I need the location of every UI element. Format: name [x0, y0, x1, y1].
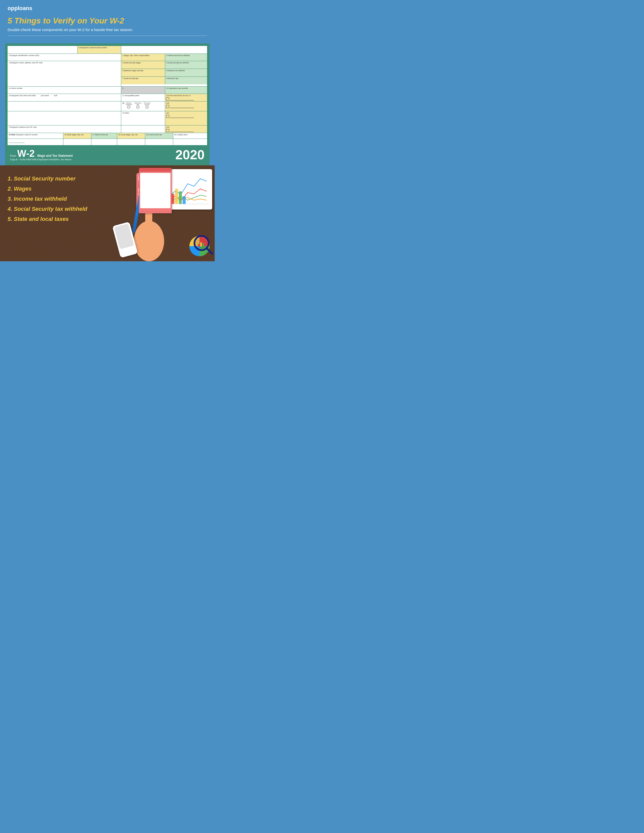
box12c-label: 12c [166, 112, 206, 114]
logo-bold: opp [8, 5, 18, 11]
statutory-checkbox[interactable] [127, 106, 130, 108]
w2-form-container: a Employee's social security number b Em… [5, 43, 209, 165]
thirdparty-checkbox[interactable] [146, 106, 148, 108]
local-income-data [145, 139, 173, 145]
field-c-label: c Employer's name, address, and ZIP code [9, 62, 120, 64]
row-control: d Control number 9 10 Dependent care ben… [8, 87, 207, 94]
box20-label: 20 Locality name [174, 134, 206, 135]
box12b-label: 12b [166, 102, 206, 104]
boxes-3-4: 3 Social security wages 4 Social securit… [121, 61, 207, 69]
header: opploans 5 Things to Verify on Your W-2 … [0, 0, 215, 43]
row-state-headers: 15 State Employer's state ID number 16 S… [8, 133, 207, 139]
box4-cell: 4 Social security tax withheld [165, 61, 207, 69]
box15-cell: 15 State Employer's state ID number [8, 133, 63, 138]
box17-cell: 17 State income tax [92, 133, 118, 138]
w2-form: a Employee's social security number b Em… [7, 45, 208, 146]
checklist: 1. Social Security number 2. Wages 3. In… [8, 175, 207, 222]
boxes-5-6: 5 Medicare wages and tips 6 Medicare tax… [121, 69, 207, 77]
checklist-item-2: 2. Wages [8, 185, 207, 192]
box14-cont [121, 125, 165, 133]
row-state-data [8, 139, 207, 145]
box1-label: 1 Wages, tips, other compensation [122, 55, 164, 56]
field-e-last-label: Last name [41, 95, 49, 100]
row-employer: c Employer's name, address, and ZIP code… [8, 61, 207, 87]
state-wages-data [63, 139, 92, 145]
box14-label: 14 Other [122, 112, 164, 114]
checkbox-statutory: Statutory employee [125, 102, 132, 108]
box12b-cell: 12b [165, 101, 207, 111]
box3-cell: 3 Social security wages [121, 61, 165, 69]
box9-label: 9 [122, 87, 164, 89]
box16-label: 16 State wages, tips, etc. [64, 134, 90, 135]
local-wages-data [117, 139, 145, 145]
row-checkboxes: 13 Statutory employee Retirement plan Th… [8, 101, 207, 111]
w2-footer: Form W-2 Wage and Tax Statement Copy B -… [7, 146, 208, 163]
box16-cell: 16 State wages, tips, etc. [63, 133, 92, 138]
row-12d: f Employee's address and ZIP code 12d [8, 125, 207, 133]
svg-line-16 [206, 248, 212, 254]
logo: opploans [8, 5, 207, 11]
box2-label: 2 Federal income tax withheld [166, 55, 206, 56]
box11-cell: 11 Nonqualified plans [121, 94, 165, 101]
field-d-label: d Control number [9, 87, 120, 89]
checklist-item-1-text: 1. Social Security number [8, 175, 76, 182]
row-emp-name: e Employee's first name and initial Last… [8, 94, 207, 101]
box19-label: 19 Local income tax [146, 134, 172, 135]
box7-cell: 7 Social security tips [121, 77, 165, 84]
box5-label: 5 Medicare wages and tips [122, 70, 164, 71]
box12a-cell: 12a See instructions for box 12 [165, 94, 207, 101]
checkbox-retirement: Retirement plan [134, 102, 142, 108]
box10-label: 10 Dependent care benefits [166, 87, 206, 89]
field-e-label: e Employee's first name and initial [9, 95, 35, 100]
right-boxes: 3 Social security wages 4 Social securit… [121, 61, 207, 86]
box18-label: 18 Local wages, tips, etc. [118, 134, 144, 135]
ssn-left-blank [8, 46, 77, 53]
page-title: 5 Things to Verify on Your W-2 [8, 16, 207, 26]
box15-employer-label: Employer's state ID number [16, 134, 38, 135]
locality-data [173, 139, 207, 145]
checklist-item-2-text: 2. Wages [8, 185, 32, 192]
checkbox-thirdparty: Third-party sick pay [143, 102, 151, 108]
boxes-7-8: 7 Social security tips 8 Allocated Tips [121, 77, 207, 84]
box7-label: 7 Social security tips [122, 77, 164, 79]
checklist-item-5: 5. State and local taxes [8, 216, 207, 222]
box3-label: 3 Social security wages [122, 62, 164, 64]
box11-label: 11 Nonqualified plans [122, 95, 164, 96]
checklist-item-4: 4. Social Security tax withheld [8, 206, 207, 212]
form-label: Form [10, 154, 16, 157]
footer-left: Form W-2 Wage and Tax Statement Copy B -… [10, 149, 73, 161]
box12a-label: 12a See instructions for box 12 [166, 95, 206, 96]
bottom-section: 1. Social Security number 2. Wages 3. In… [0, 165, 215, 261]
box12d-label: 12d [166, 126, 206, 128]
retirement-label: Retirement plan [134, 102, 142, 105]
checklist-item-4-text: 4. Social Security tax withheld [8, 206, 87, 212]
emp-name-cont3: f Employee's address and ZIP code [8, 125, 121, 133]
row-ssn: a Employee's social security number [8, 46, 207, 54]
box6-cell: 6 Medicare tax withheld [165, 69, 207, 77]
box10-cell: 10 Dependent care benefits [165, 87, 207, 94]
box2-cell: 2 Federal income tax withheld [165, 54, 207, 61]
box15-num: 15 State [9, 134, 15, 135]
form-copy: Copy B - To Be Filled With Employee's FE… [10, 158, 73, 161]
box5-cell: 5 Medicare wages and tips [121, 69, 165, 77]
box17-label: 17 State income tax [92, 134, 116, 135]
field-f-label: f Employee's address and ZIP code [9, 126, 120, 128]
box18-cell: 18 Local wages, tips, etc. [117, 133, 145, 138]
field-b-label: b Employer identification number (EIN) [9, 55, 120, 56]
form-desc: Wage and Tax Statement [37, 154, 73, 158]
box12c-cell: 12c [165, 111, 207, 125]
checklist-container: 1. Social Security number 2. Wages 3. In… [8, 173, 207, 254]
box1-cell: 1 Wages, tips, other compensation [121, 54, 165, 61]
box6-label: 6 Medicare tax withheld [166, 70, 206, 71]
box15-label: 15 State Employer's state ID number [9, 134, 62, 135]
form-year: 2020 [175, 148, 204, 161]
form-name-row: Form W-2 Wage and Tax Statement [10, 149, 73, 158]
state-income-data [92, 139, 118, 145]
retirement-checkbox[interactable] [137, 106, 139, 108]
box13-cell: 13 Statutory employee Retirement plan Th… [121, 101, 165, 111]
checklist-item-3-text: 3. Income tax withheld [8, 196, 67, 202]
box9-cell: 9 [121, 87, 165, 94]
field-d-cell: d Control number [8, 87, 121, 94]
statutory-label: Statutory employee [125, 102, 132, 105]
row-ein: b Employer identification number (EIN) 1… [8, 54, 207, 61]
